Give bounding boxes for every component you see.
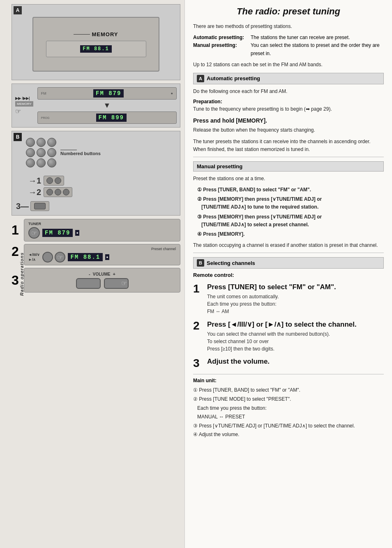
diagram-section-b: B — [12, 131, 180, 216]
auto-term: Automatic presetting: — [193, 34, 251, 42]
remote-control-label: Remote control: — [193, 272, 384, 278]
selecting-section-badge: B — [197, 259, 204, 267]
numbered-buttons-diagram — [26, 138, 56, 167]
preparation-text: Tune to the frequency where presetting i… — [193, 105, 384, 113]
big-step-2-title: Press [◄/III/∨] or [►/∧] to select the c… — [207, 320, 384, 329]
display-prog: FM 899 — [96, 114, 127, 122]
auto-presetting-row: Automatic presetting: The stations the t… — [193, 34, 384, 42]
tuner-label: TUNER — [28, 222, 176, 226]
manual-presetting-row: Manual presetting: You can select the st… — [193, 42, 384, 57]
manual-desc: You can select the stations to preset an… — [251, 42, 384, 57]
big-step-1-body: The unit comes on automatically. Each ti… — [207, 293, 384, 315]
diagram-memory-press: ▶▶ /▶▶| MEMORY ☞ FM FM 879 ● ▼ PROG — [12, 84, 180, 128]
display-step1: FM 879 — [42, 229, 73, 237]
memory-label: MEMORY — [92, 31, 118, 37]
display-step2: FM 88.1 — [68, 253, 103, 261]
big-step-2: 2 Press [◄/III/∨] or [►/∧] to select the… — [193, 320, 384, 353]
big-step-3-num: 3 — [193, 358, 203, 369]
step3-device: 3 - VOLUME + ☞ — [12, 268, 180, 293]
release-text: Release the button when the frequency st… — [193, 126, 384, 134]
vol-plus: + — [113, 272, 115, 276]
main-unit-steps: ① Press [TUNER, BAND] to select "FM" or … — [193, 386, 384, 439]
auto-section-badge: A — [197, 75, 204, 82]
big-step-1-title: Press [TUNER] to select "FM" or "AM". — [207, 283, 384, 291]
big-step-2-body: You can select the channel with the numb… — [207, 330, 384, 353]
display-section-a2: FM 879 — [93, 89, 124, 98]
big-step-3: 3 Adjust the volume. — [193, 358, 384, 369]
auto-section-header: A Automatic presetting — [193, 73, 384, 84]
intro-line1: There are two methods of presetting stat… — [193, 23, 384, 30]
big-step-3-title: Adjust the volume. — [207, 358, 384, 366]
manual-step-4: ④ Press [MEMORY]. — [197, 230, 384, 238]
press-hold-heading: Press and hold [MEMORY]. — [193, 117, 384, 124]
section-b-badge: B — [14, 133, 22, 141]
b-arrow-2: →2 — [28, 188, 41, 197]
big-step-2-num: 2 — [193, 320, 203, 332]
intro-note: Up to 12 stations can each be set in the… — [193, 61, 384, 69]
manual-section-header: Manual presetting — [193, 161, 384, 172]
auto-do-text: Do the following once each for FM and AM… — [193, 88, 384, 95]
manual-steps-list: ① Press [TUNER, BAND] to select "FM" or … — [193, 186, 384, 238]
manual-step-3: ③ Press [MEMORY] then press [∨TUNE/TIME … — [197, 213, 384, 229]
page-title: The radio: preset tuning — [193, 6, 384, 17]
step1-device: 1 TUNER ☞ FM 879 ● — [12, 219, 180, 241]
big-step-1-num: 1 — [193, 283, 203, 295]
step2-device: 2 Preset channel ◄/III/∨ ►/∧ ☞ FM 88.1 — [12, 244, 180, 265]
numbered-buttons-label: Numbered buttons — [60, 151, 101, 156]
manual-step-1: ① Press [TUNER, BAND] to select "FM" or … — [197, 186, 384, 194]
big-step-1: 1 Press [TUNER] to select "FM" or "AM". … — [193, 283, 384, 315]
volume-label: VOLUME — [93, 272, 111, 276]
display-a-top: FM 88.1 — [80, 45, 111, 53]
selecting-section-title: Selecting channels — [207, 260, 255, 266]
side-label: Radio operations — [19, 252, 24, 296]
manual-term: Manual presetting: — [193, 42, 251, 57]
b-arrow-1: →1 — [28, 176, 41, 185]
section-a-badge: A — [14, 6, 22, 14]
vol-minus: - — [89, 272, 90, 276]
diagram-section-a: A MEMORY FM 88.1 — [12, 4, 180, 80]
selecting-section-header: B Selecting channels — [193, 257, 384, 269]
step1-num: 1 — [12, 223, 21, 238]
preset-text: Preset the stations one at a time. — [193, 175, 384, 183]
manual-step-2: ② Press [MEMORY] then press [∨TUNE/TIME … — [197, 195, 384, 211]
tuner-presets-text: The tuner presets the stations it can re… — [193, 138, 384, 153]
preparation-label: Preparation: — [193, 99, 384, 104]
preset-channel-label: Preset channel — [28, 247, 176, 251]
erase-note: The station occupying a channel is erase… — [193, 241, 384, 249]
auto-desc: The stations the tuner can receive are p… — [251, 34, 384, 42]
manual-section-title: Manual presetting — [197, 163, 242, 170]
auto-section-title: Automatic presetting — [207, 75, 260, 81]
main-unit-label: Main unit: — [193, 378, 384, 383]
